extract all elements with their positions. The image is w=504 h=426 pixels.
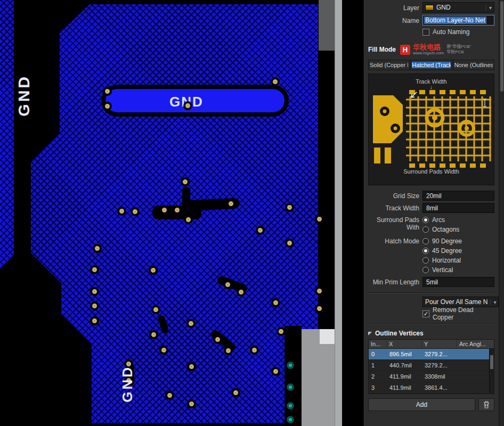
- track-width-label: Track Width: [368, 203, 419, 212]
- radio-label: Vertical: [432, 266, 453, 274]
- vertex-row[interactable]: 1440.7mil3279.2...: [369, 360, 494, 371]
- track-width-input[interactable]: 8mil: [422, 203, 494, 213]
- radio-icon: [422, 267, 429, 273]
- radio-option[interactable]: Horizontal: [422, 256, 494, 265]
- radio-option[interactable]: 45 Degree: [422, 246, 494, 256]
- radio-icon: [422, 248, 429, 254]
- grid-size-value: 20mil: [426, 192, 442, 200]
- auto-naming-row[interactable]: Auto Naming: [422, 28, 494, 36]
- radio-label: Horizontal: [432, 257, 461, 264]
- layer-select[interactable]: GND ▾: [422, 2, 494, 13]
- auto-naming-label: Auto Naming: [433, 28, 469, 36]
- fill-mode-tab[interactable]: Solid (Copper Region): [368, 60, 410, 70]
- vertices-table-body: 0896.5mil3279.2...1440.7mil3279.2...2411…: [369, 349, 494, 394]
- teal-pad[interactable]: [287, 416, 294, 423]
- surround-pads-options: ArcsOctagons: [422, 215, 494, 234]
- chevron-down-icon: ▾: [486, 5, 492, 11]
- pour-over-value: Pour Over All Same N: [425, 298, 487, 306]
- outline-vertices-title: Outline Vertices: [375, 330, 424, 337]
- radio-label: Arcs: [432, 216, 445, 224]
- pcb-scrollbar[interactable]: [335, 0, 342, 426]
- fill-mode-tab[interactable]: Hatched (Tracks/Arc): [410, 60, 452, 70]
- col-y[interactable]: Y: [422, 340, 457, 348]
- layer-value: GND: [436, 4, 451, 11]
- radio-icon: [422, 226, 429, 233]
- name-input-value: Bottom Layer-No Net: [424, 17, 486, 24]
- vertex-row[interactable]: 3411.9mil3861.4...: [369, 382, 494, 394]
- collapse-icon: [368, 332, 372, 335]
- name-label: Name: [368, 16, 419, 24]
- fill-mode-preview: Track Width ↓: [368, 73, 494, 185]
- table-scrollbar-thumb[interactable]: [490, 355, 493, 369]
- col-x[interactable]: X: [387, 340, 422, 348]
- teal-pad[interactable]: [287, 362, 294, 369]
- grid-size-label: Grid Size: [368, 191, 419, 200]
- radio-icon: [422, 238, 429, 244]
- pcb-editor-window: GND GND GND Layer GND ▾ Name Bottom Laye…: [0, 0, 504, 426]
- teal-pad[interactable]: [287, 383, 294, 391]
- brand-logo-icon: H: [400, 45, 410, 55]
- text-cursor-icon: [482, 99, 487, 107]
- panel-scrollbar[interactable]: [499, 0, 504, 426]
- radio-option[interactable]: Vertical: [422, 265, 494, 275]
- brand-note-1: 原"华强PCB": [446, 44, 471, 49]
- radio-icon: [422, 217, 429, 223]
- vertices-table-header: In... X Y Arc Angl...: [369, 340, 494, 349]
- radio-option[interactable]: Arcs: [422, 215, 494, 225]
- track-width-value: 8mil: [426, 204, 438, 212]
- divider: [368, 323, 494, 324]
- radio-option[interactable]: Octagons: [422, 225, 494, 234]
- preview-surround-pads-label: Surround Pads Width: [403, 168, 459, 175]
- brand-url: www.hqpcb.com: [413, 51, 444, 55]
- radio-label: 90 Degree: [432, 237, 462, 245]
- vertex-row[interactable]: 2411.9mil3308mil: [369, 371, 494, 382]
- add-button[interactable]: Add: [368, 398, 475, 411]
- min-prim-length-input[interactable]: 5mil: [422, 277, 494, 287]
- brand-name: 华秋电路: [413, 44, 444, 51]
- teal-pad[interactable]: [287, 402, 294, 409]
- fill-mode-tabs: Solid (Copper Region)Hatched (Tracks/Arc…: [368, 60, 494, 70]
- outline-vertices-header[interactable]: Outline Vertices: [368, 330, 494, 337]
- chevron-down-icon: ▾: [490, 299, 496, 305]
- pour-over-select[interactable]: Pour Over All Same N ▾: [422, 297, 499, 307]
- down-arrow-icon: ↓: [430, 85, 433, 89]
- panel-scrollbar-thumb[interactable]: [500, 1, 503, 92]
- remove-dead-copper-row[interactable]: Remove Dead Copper: [422, 309, 494, 318]
- radio-label: Octagons: [432, 226, 459, 233]
- hatch-preview-image: [372, 90, 491, 168]
- table-scrollbar[interactable]: [489, 349, 494, 394]
- col-arc-angle[interactable]: Arc Angl...: [457, 340, 494, 348]
- divider: [368, 292, 494, 293]
- vertices-table: In... X Y Arc Angl... 0896.5mil3279.2...…: [368, 339, 494, 394]
- brand-note-2: 华秋PCB: [446, 50, 464, 54]
- remove-dead-copper-checkbox[interactable]: [422, 310, 429, 317]
- delete-button[interactable]: [478, 398, 494, 411]
- name-input[interactable]: Bottom Layer-No Net: [422, 15, 494, 26]
- vertex-row[interactable]: 0896.5mil3279.2...: [369, 349, 494, 360]
- auto-naming-checkbox[interactable]: [422, 29, 429, 36]
- col-index[interactable]: In...: [369, 340, 387, 348]
- pcb-canvas[interactable]: GND GND GND: [0, 0, 363, 426]
- layer-label: Layer: [368, 3, 419, 12]
- hatch-mode-options: 90 Degree45 DegreeHorizontalVertical: [422, 236, 494, 275]
- surround-pads-label: Surround Pads With: [368, 215, 419, 232]
- brand-watermark: H 华秋电路 www.hqpcb.com 原"华强PCB" 华秋PCB: [400, 44, 471, 55]
- radio-icon: [422, 257, 429, 264]
- radio-option[interactable]: 90 Degree: [422, 236, 494, 246]
- properties-panel: Layer GND ▾ Name Bottom Layer-No Net Aut…: [363, 0, 499, 426]
- trash-icon: [483, 401, 490, 408]
- radio-label: 45 Degree: [432, 247, 462, 255]
- min-prim-length-value: 5mil: [426, 278, 438, 286]
- fill-mode-label: Fill Mode: [368, 46, 396, 53]
- min-prim-length-label: Min Prim Length: [368, 277, 419, 286]
- remove-dead-copper-label: Remove Dead Copper: [433, 306, 494, 321]
- fill-mode-tab[interactable]: None (Outlines Only): [453, 60, 494, 70]
- teal-pad-layer: [0, 0, 363, 426]
- layer-color-chip: [425, 5, 434, 11]
- grid-size-input[interactable]: 20mil: [422, 191, 494, 201]
- hatch-mode-label: Hatch Mode: [368, 236, 419, 245]
